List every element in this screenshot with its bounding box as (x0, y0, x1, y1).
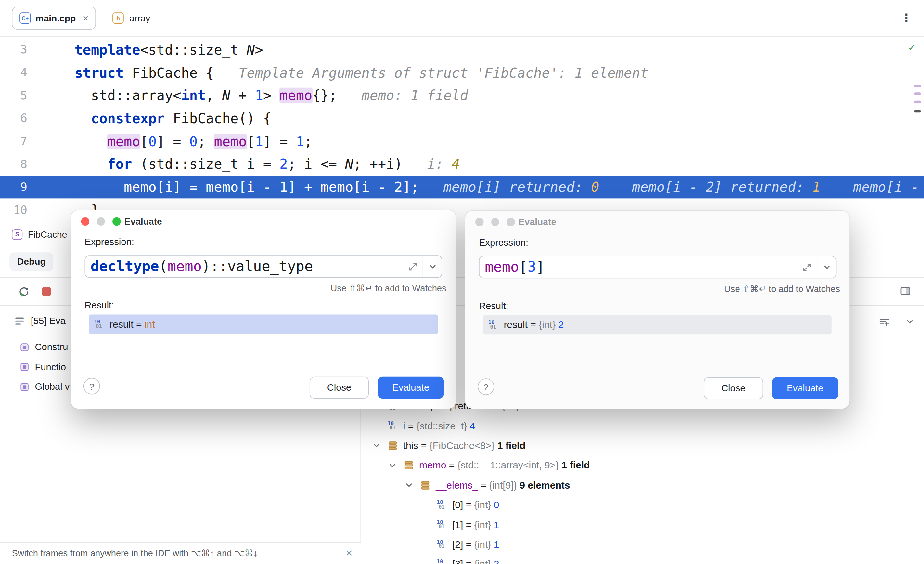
result-row[interactable]: 1001 result = int (89, 314, 438, 334)
line-number[interactable]: 9 (0, 180, 27, 194)
expression-value[interactable]: memo[3] (480, 259, 797, 275)
variables-panel-toolbar (879, 316, 915, 329)
close-window-button[interactable] (81, 218, 89, 226)
expression-input[interactable]: decltype(memo)::value_type (85, 255, 442, 278)
chevron-down-icon[interactable] (388, 461, 404, 470)
code-editor[interactable]: 3template<std::size_t N>4struct FibCache… (0, 37, 924, 223)
line-number[interactable]: 4 (0, 66, 27, 79)
editor-lines: 3template<std::size_t N>4struct FibCache… (0, 37, 924, 221)
close-button[interactable]: Close (310, 377, 369, 399)
group-icon (20, 342, 30, 352)
expand-icon[interactable] (796, 262, 817, 272)
line-number[interactable]: 6 (0, 111, 27, 125)
frames-item-label: Global v (35, 381, 69, 392)
chevron-down-icon[interactable] (818, 262, 836, 272)
chevron-down-icon[interactable] (404, 480, 420, 490)
binary-icon: 1001 (437, 540, 452, 549)
line-number[interactable]: 3 (0, 43, 27, 57)
evaluate-button[interactable]: Evaluate (378, 377, 444, 399)
header-file-icon: h (113, 12, 124, 24)
maximize-window-button[interactable] (507, 218, 515, 226)
expression-input[interactable]: memo[3] (479, 256, 836, 278)
frames-item-label: Constru (35, 342, 68, 353)
code-text: memo[i] = memo[i - 1] + memo[i - 2]; mem… (27, 179, 924, 195)
binary-icon: 1001 (437, 560, 452, 564)
variable-row[interactable]: 1001[0] = {int} 0 (362, 495, 924, 515)
rerun-icon[interactable] (18, 285, 30, 298)
variable-row[interactable]: 1001[1] = {int} 1 (362, 515, 924, 535)
chevron-down-icon[interactable] (905, 317, 915, 329)
frames-header-label: [55] Eva (31, 316, 66, 326)
code-text: std::array<int, N + 1> memo{}; memo: 1 f… (27, 88, 468, 103)
line-number[interactable]: 10 (0, 203, 27, 217)
tab-label: main.cpp (35, 13, 76, 23)
variable-row[interactable]: 1001i = {std::size_t} 4 (362, 416, 924, 436)
binary-icon: 1001 (94, 320, 110, 329)
binary-icon: 1001 (437, 501, 452, 509)
variable-row[interactable]: __elems_ = {int[9]} 9 elements (362, 475, 924, 495)
code-text: for (std::size_t i = 2; i <= N; ++i) i: … (27, 156, 460, 171)
expression-label: Expression: (479, 238, 528, 248)
code-line[interactable]: 4struct FibCache { Template Arguments of… (0, 61, 924, 84)
binary-icon: 1001 (388, 421, 403, 430)
help-button[interactable]: ? (84, 378, 100, 394)
close-button[interactable]: Close (704, 378, 763, 399)
result-value: result = int (110, 319, 155, 330)
line-number[interactable]: 5 (0, 89, 27, 102)
breadcrumb-item[interactable]: FibCache (28, 229, 67, 239)
evaluate-button[interactable]: Evaluate (772, 378, 838, 399)
frames-item-label: Functio (35, 362, 66, 373)
tab-label: array (129, 13, 150, 23)
dialog-title: Evaluate (124, 216, 162, 227)
variable-row[interactable]: memo = {std::__1::array<int, 9>} 1 field (362, 456, 924, 475)
code-line[interactable]: 5 std::array<int, N + 1> memo{}; memo: 1… (0, 84, 924, 107)
evaluate-dialog: Evaluate Expression: memo[3] Use ⇧⌘↵ to … (465, 211, 849, 409)
code-line[interactable]: 3template<std::size_t N> (0, 38, 924, 61)
layout-icon[interactable] (900, 286, 911, 299)
group-icon (20, 382, 30, 392)
code-text: template<std::size_t N> (27, 42, 263, 57)
tab-debug[interactable]: Debug (9, 252, 53, 271)
binary-icon: 1001 (488, 320, 504, 329)
group-icon (20, 362, 30, 372)
minimize-window-button[interactable] (97, 218, 105, 226)
help-button[interactable]: ? (478, 378, 494, 395)
execution-line[interactable]: 9 memo[i] = memo[i - 1] + memo[i - 2]; m… (0, 176, 924, 198)
stop-icon[interactable] (42, 287, 51, 296)
expand-icon[interactable] (402, 261, 423, 271)
code-line[interactable]: 8 for (std::size_t i = 2; i <= N; ++i) i… (0, 153, 924, 176)
close-window-button[interactable] (476, 218, 483, 226)
maximize-window-button[interactable] (112, 218, 120, 226)
editor-tab-bar: C+ main.cpp × h array ⋮ (0, 0, 924, 37)
window-controls (81, 218, 120, 226)
close-icon[interactable]: ✕ (345, 548, 353, 559)
watches-shortcut-hint: Use ⇧⌘↵ to add to Watches (724, 284, 840, 295)
close-tab-icon[interactable]: × (83, 13, 88, 23)
tab-main-cpp[interactable]: C+ main.cpp × (12, 6, 96, 30)
result-row[interactable]: 1001 result = {int} 2 (483, 315, 832, 334)
ide-window: C+ main.cpp × h array ⋮ 3template<std::s… (0, 0, 924, 564)
options-icon[interactable] (879, 316, 890, 329)
minimize-window-button[interactable] (491, 218, 499, 226)
line-number[interactable]: 8 (0, 157, 27, 171)
scrollbar-mark (914, 110, 921, 113)
status-bar: Switch frames from anywhere in the IDE w… (0, 542, 361, 564)
expression-label: Expression: (85, 237, 134, 248)
line-number[interactable]: 7 (0, 135, 27, 148)
more-options-icon[interactable]: ⋮ (901, 11, 912, 25)
watches-shortcut-hint: Use ⇧⌘↵ to add to Watches (331, 283, 446, 294)
tab-array[interactable]: h array (113, 12, 150, 24)
binary-icon: 1001 (437, 520, 452, 529)
variable-row[interactable]: this = {FibCache<8>} 1 field (362, 436, 924, 456)
expression-value[interactable]: decltype(memo)::value_type (85, 258, 402, 275)
code-line[interactable]: 6 constexpr FibCache() { (0, 107, 924, 130)
variable-row[interactable]: 1001[2] = {int} 1 (362, 535, 924, 555)
status-message: Switch frames from anywhere in the IDE w… (12, 548, 258, 559)
chevron-down-icon[interactable] (372, 441, 388, 450)
dialog-title: Evaluate (519, 217, 556, 227)
scrollbar-mark (914, 92, 921, 95)
code-line[interactable]: 7 memo[0] = 0; memo[1] = 1; (0, 130, 924, 152)
chevron-down-icon[interactable] (423, 262, 441, 271)
result-label: Result: (85, 300, 114, 311)
variable-row[interactable]: 1001[3] = {int} 2 (362, 555, 924, 564)
